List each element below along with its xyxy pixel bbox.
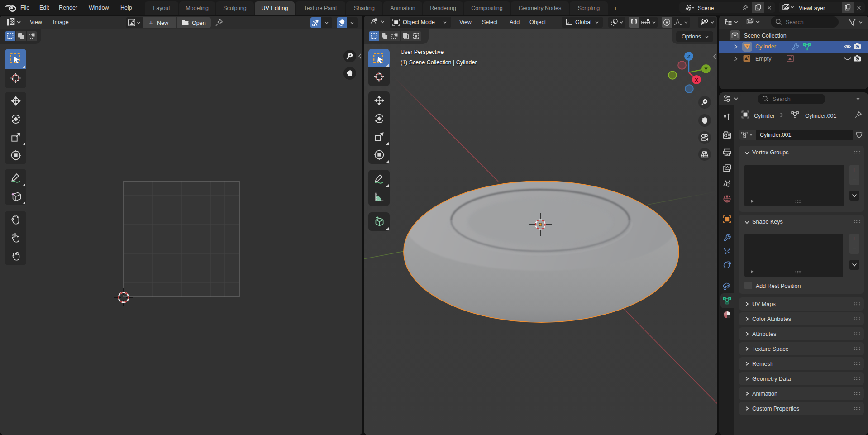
svg-text:X: X	[695, 77, 698, 83]
svg-text:Z: Z	[687, 54, 691, 59]
svg-text:Y: Y	[704, 67, 708, 72]
